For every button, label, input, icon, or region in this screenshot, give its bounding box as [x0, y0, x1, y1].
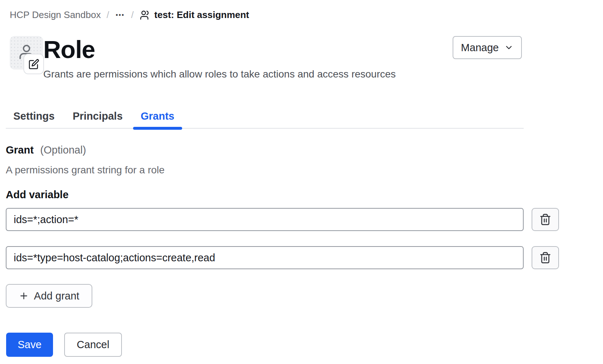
grant-label: Grant [6, 144, 34, 156]
manage-label: Manage [461, 42, 499, 54]
breadcrumb-separator: / [106, 9, 109, 21]
tab-settings[interactable]: Settings [6, 110, 62, 128]
plus-icon [19, 291, 29, 301]
users-icon [140, 10, 150, 21]
grant-help-text: A permissions grant string for a role [6, 164, 164, 176]
save-button[interactable]: Save [6, 333, 53, 357]
add-variable-label: Add variable [6, 189, 69, 201]
trash-icon [539, 213, 551, 226]
delete-grant-button[interactable] [532, 208, 559, 231]
grant-field-label: Grant (Optional) [6, 144, 86, 156]
chevron-down-icon [504, 43, 514, 52]
edit-pencil-icon [28, 59, 39, 70]
trash-icon [539, 252, 551, 264]
breadcrumb-current-label: test: Edit assignment [154, 9, 249, 21]
delete-grant-button[interactable] [532, 246, 559, 269]
edit-avatar-button[interactable] [23, 54, 44, 74]
breadcrumb: HCP Design Sandbox / ••• / test: Edit as… [10, 9, 249, 21]
manage-dropdown-button[interactable]: Manage [453, 36, 522, 59]
breadcrumb-current: test: Edit assignment [140, 9, 249, 21]
add-grant-button[interactable]: Add grant [6, 284, 92, 308]
add-grant-label: Add grant [34, 290, 79, 302]
grant-optional-label: (Optional) [40, 144, 86, 156]
page-title: Role [43, 37, 95, 62]
grant-string-input[interactable] [6, 246, 524, 269]
page: HCP Design Sandbox / ••• / test: Edit as… [0, 0, 603, 364]
grant-string-input[interactable] [6, 208, 524, 231]
tab-grants[interactable]: Grants [133, 110, 182, 128]
cancel-button[interactable]: Cancel [64, 333, 122, 357]
grant-row [6, 246, 559, 269]
role-avatar [10, 36, 43, 70]
grant-row [6, 208, 559, 231]
breadcrumb-ellipsis-button[interactable]: ••• [115, 12, 126, 18]
breadcrumb-separator: / [131, 9, 134, 21]
page-subtitle: Grants are permissions which allow roles… [43, 68, 396, 80]
tab-bar: Settings Principals Grants [6, 110, 524, 129]
tab-principals[interactable]: Principals [65, 110, 130, 128]
breadcrumb-root-link[interactable]: HCP Design Sandbox [10, 9, 101, 21]
